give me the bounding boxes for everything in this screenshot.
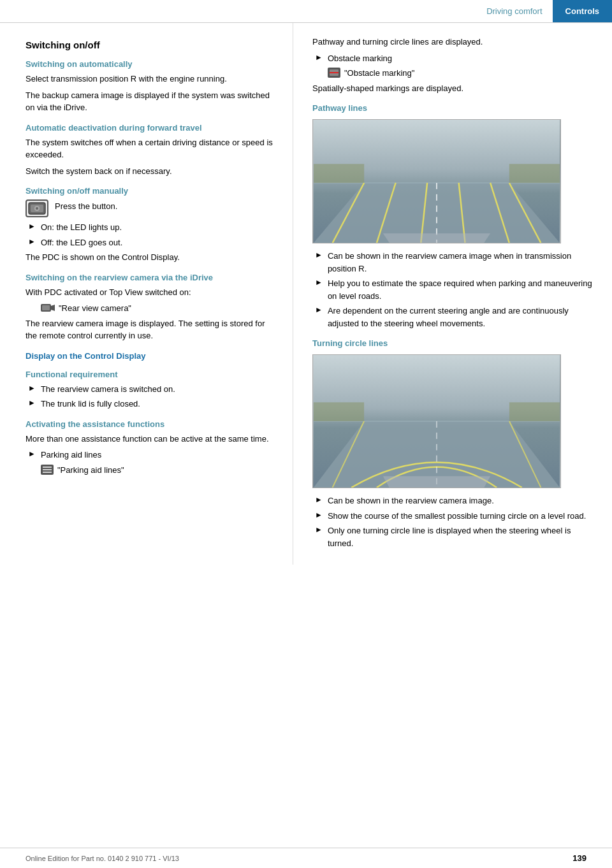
arrow-icon: ► [315,278,323,287]
bullet-text-led-off: Off: the LED goes out. [41,236,122,249]
text-backup-camera: The backup camera image is displayed if … [26,89,277,114]
bullet-text-obstacle: Obstacle marking [328,52,392,65]
rear-camera-icon [41,303,55,314]
bullet-text-camera-on: The rearview camera is switched on. [41,383,175,396]
arrow-icon: ► [315,250,323,259]
page-number: 139 [572,853,586,863]
text-spatially-shaped: Spatially-shaped markings are displayed. [312,82,597,95]
text-pdc-control-display: The PDC is shown on the Control Display. [26,251,277,264]
subsection-pathway-lines: Pathway lines [312,103,597,113]
bullet-text-trunk-lid: The trunk lid is fully closed. [41,398,140,410]
svg-marker-26 [383,233,490,243]
subsection-display-control: Display on the Control Display [26,351,277,361]
bullet-text-turning-shown: Can be shown in the rearview camera imag… [328,495,494,507]
bullet-pathway-shown: ► Can be shown in the rearview camera im… [312,250,597,275]
svg-marker-6 [51,305,55,311]
bullet-turning-course: ► Show the course of the smallest possib… [312,510,597,523]
sub-bullet-text-rear-view: "Rear view camera" [59,302,131,315]
text-system-switches-off: The system switches off when a certain d… [26,136,277,161]
bullet-text-led-on: On: the LED lights up. [41,221,122,234]
svg-rect-5 [42,305,50,310]
text-with-pdc: With PDC activated or Top View switched … [26,286,277,299]
left-column: Switching on/off Switching on automatica… [0,23,293,565]
svg-rect-33 [314,402,364,421]
text-select-transmission: Select transmission position R with the … [26,73,277,85]
text-switch-back-on: Switch the system back on if necessary. [26,165,277,178]
bullet-trunk-lid: ► The trunk lid is fully closed. [26,398,277,410]
button-row: Press the button. [26,199,277,217]
pathway-lines-image [312,119,561,243]
obstacle-icon [328,68,340,79]
arrow-icon: ► [28,222,36,231]
bullet-pathway-steering: ► Are dependent on the current steering … [312,305,597,329]
sub-bullet-parking-aid-lines: "Parking aid lines" [41,464,277,477]
subsection-switching-on-auto: Switching on automatically [26,59,277,69]
header-driving-comfort: Driving comfort [476,6,552,16]
right-column: Pathway and turning circle lines are dis… [293,23,612,565]
page-footer: Online Edition for Part no. 0140 2 910 7… [0,848,612,868]
arrow-icon: ► [315,495,323,504]
bullet-text-pathway-shown: Can be shown in the rearview camera imag… [328,250,597,275]
subsection-auto-deactivation: Automatic deactivation during forward tr… [26,123,277,133]
arrow-icon: ► [315,53,323,62]
arrow-icon: ► [28,384,36,393]
pdc-button-icon [26,199,48,217]
bullet-camera-on: ► The rearview camera is switched on. [26,383,277,396]
bullet-text-pathway-steering: Are dependent on the current steering an… [328,305,597,329]
arrow-icon: ► [28,237,36,246]
bullet-text-turning-one: Only one turning circle line is displaye… [328,524,597,549]
svg-rect-34 [509,402,560,421]
bullet-led-off: ► Off: the LED goes out. [26,236,277,249]
bullet-text-pathway-estimate: Help you to estimate the space required … [328,277,597,302]
main-content: Switching on/off Switching on automatica… [0,23,612,565]
arrow-icon: ► [315,305,323,314]
subsection-rearview-idrive: Switching on the rearview camera via the… [26,273,277,282]
text-rearview-stored: The rearview camera image is displayed. … [26,317,277,342]
bullet-turning-shown: ► Can be shown in the rearview camera im… [312,495,597,507]
svg-point-3 [36,207,38,210]
arrow-icon: ► [315,525,323,534]
text-pathway-turning: Pathway and turning circle lines are dis… [312,36,597,48]
svg-rect-24 [314,164,364,183]
arrow-icon: ► [315,510,323,519]
text-press-button: Press the button. [55,200,117,213]
bullet-parking-aid: ► Parking aid lines [26,449,277,461]
subsection-functional-req: Functional requirement [26,370,277,379]
footer-edition-text: Online Edition for Part no. 0140 2 910 7… [26,855,179,862]
parking-lines-icon [41,465,54,476]
arrow-icon: ► [28,398,36,407]
header-controls: Controls [553,0,612,22]
svg-rect-25 [509,164,560,183]
text-more-than-one: More than one assistance function can be… [26,433,277,445]
sub-bullet-rear-view: "Rear view camera" [41,302,277,315]
subsection-activating-assistance: Activating the assistance functions [26,419,277,429]
bullet-obstacle-marking: ► Obstacle marking [312,52,597,65]
turning-circle-image [312,354,561,488]
bullet-text-turning-course: Show the course of the smallest possible… [328,510,586,523]
arrow-icon: ► [28,449,36,458]
bullet-pathway-estimate: ► Help you to estimate the space require… [312,277,597,302]
main-title: Switching on/off [26,40,277,50]
page-header: Driving comfort Controls [0,0,612,23]
sub-bullet-text-obstacle: "Obstacle marking" [344,67,414,80]
sub-bullet-obstacle: "Obstacle marking" [328,67,597,80]
sub-bullet-text-parking-aid: "Parking aid lines" [57,464,124,477]
subsection-turning-circle: Turning circle lines [312,338,597,348]
bullet-turning-one: ► Only one turning circle line is displa… [312,524,597,549]
svg-marker-35 [383,476,490,488]
bullet-led-on: ► On: the LED lights up. [26,221,277,234]
bullet-text-parking-aid: Parking aid lines [41,449,101,461]
subsection-switch-manual: Switching on/off manually [26,186,277,196]
